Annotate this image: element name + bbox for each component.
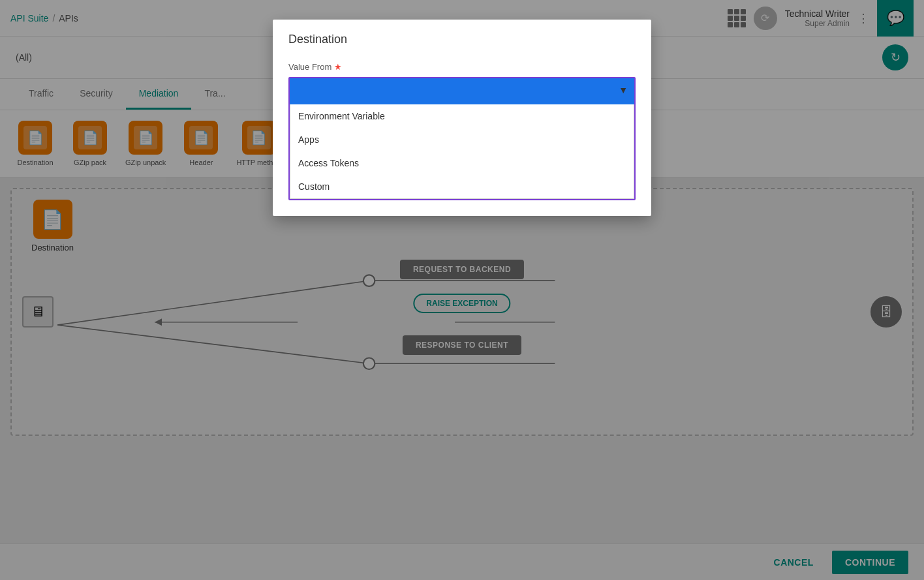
dropdown-options-list: Environment Variable Apps Access Tokens …	[290, 104, 634, 199]
required-star: ★	[334, 62, 342, 72]
modal-body: Value From ★ ▼ Environment Variable Apps…	[273, 54, 651, 216]
option-custom[interactable]: Custom	[290, 175, 634, 198]
option-access-tokens[interactable]: Access Tokens	[290, 151, 634, 175]
dropdown-selected[interactable]	[290, 78, 634, 104]
option-environment-variable[interactable]: Environment Variable	[290, 104, 634, 128]
dropdown-arrow-icon[interactable]: ▼	[619, 85, 628, 95]
value-from-dropdown[interactable]: ▼ Environment Variable Apps Access Token…	[288, 77, 636, 200]
option-apps[interactable]: Apps	[290, 128, 634, 151]
modal-overlay: Destination Value From ★ ▼ Environment V…	[0, 0, 924, 580]
value-from-label: Value From ★	[288, 62, 636, 72]
destination-modal: Destination Value From ★ ▼ Environment V…	[273, 20, 651, 216]
modal-title: Destination	[273, 20, 651, 54]
